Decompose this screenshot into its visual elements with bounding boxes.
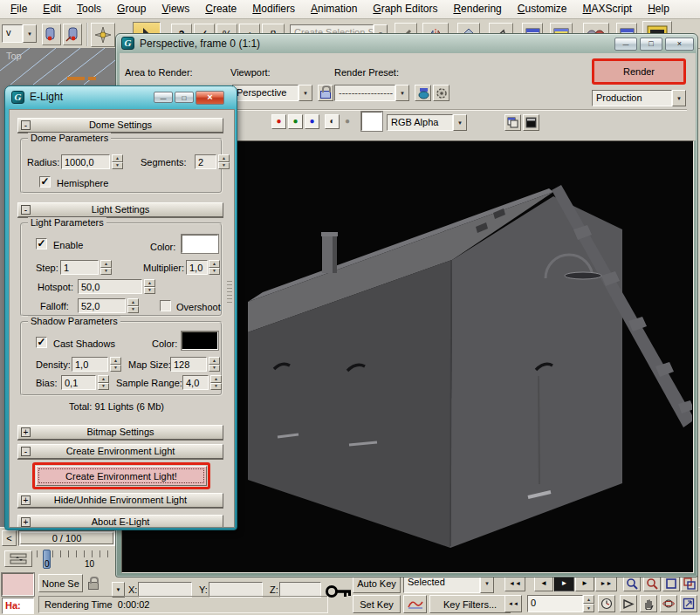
close-button[interactable]: ×: [196, 91, 224, 105]
spinner-up-icon[interactable]: ▲: [110, 357, 121, 365]
orbit-button[interactable]: [660, 595, 677, 612]
segments-field[interactable]: 2: [195, 154, 216, 169]
select-and-link-button[interactable]: [42, 24, 61, 45]
menu-customize[interactable]: Customize: [510, 1, 575, 17]
menu-graph-editors[interactable]: Graph Editors: [365, 1, 445, 17]
bind-to-spacewarp-button[interactable]: [91, 23, 115, 47]
viewport-lock-button[interactable]: [318, 85, 333, 101]
spinner-down-icon[interactable]: ▼: [100, 268, 112, 276]
spinner-up-icon[interactable]: ▲: [583, 595, 594, 604]
spinner-up-icon[interactable]: ▲: [100, 260, 112, 268]
blue-channel-button[interactable]: ●: [305, 114, 319, 129]
chevron-down-icon[interactable]: ▼: [453, 114, 467, 131]
time-slider-prev-button[interactable]: <: [2, 530, 17, 546]
expand-icon[interactable]: +: [21, 495, 31, 505]
green-channel-button[interactable]: ●: [288, 114, 303, 129]
frame-spinner[interactable]: ▲ ▼: [583, 595, 594, 612]
step-field[interactable]: 1: [60, 260, 99, 275]
spinner-up-icon[interactable]: ▲: [98, 375, 109, 383]
minimize-button[interactable]: —: [614, 38, 637, 51]
maximize-button[interactable]: □: [175, 92, 194, 103]
menu-maxscript[interactable]: MAXScript: [575, 1, 641, 17]
menu-tools[interactable]: Tools: [69, 1, 109, 17]
viewport-combo[interactable]: Perspective ▼: [232, 85, 312, 101]
sample-range-field[interactable]: 4,0: [182, 375, 209, 390]
collapse-icon[interactable]: -: [21, 120, 31, 130]
key-mode-toggle-button[interactable]: ◄◄: [504, 595, 522, 612]
hotspot-field[interactable]: 50,0: [78, 279, 142, 294]
rollout-create-environment-light[interactable]: - Create Environment Light: [17, 444, 223, 459]
density-field[interactable]: 1,0: [72, 357, 108, 372]
macro-recorder-pane[interactable]: [2, 573, 34, 596]
clone-window-button[interactable]: [504, 114, 521, 131]
close-button[interactable]: ×: [665, 38, 694, 51]
menu-views[interactable]: Views: [154, 1, 197, 17]
monochrome-button[interactable]: ◐: [325, 114, 340, 129]
field-of-view-button[interactable]: [620, 595, 637, 612]
selection-filter-combo[interactable]: v ▼: [2, 24, 37, 43]
expand-icon[interactable]: +: [21, 517, 31, 527]
spinner-down-icon[interactable]: ▼: [583, 604, 594, 612]
light-color-swatch[interactable]: [182, 235, 218, 253]
spinner-down-icon[interactable]: ▼: [112, 162, 123, 170]
render-setup-dialog-button[interactable]: [433, 85, 450, 101]
chevron-down-icon[interactable]: ▼: [299, 85, 312, 101]
rollout-dome-settings[interactable]: - Dome Settings: [17, 118, 223, 133]
expand-icon[interactable]: +: [21, 427, 31, 437]
radius-field[interactable]: 1000,0: [61, 154, 110, 169]
chevron-down-icon[interactable]: ▼: [395, 85, 409, 101]
cast-shadows-checkbox[interactable]: ✓: [36, 337, 47, 348]
menu-animation[interactable]: Animation: [303, 1, 365, 17]
density-spinner[interactable]: ▲▼: [110, 357, 121, 372]
chevron-down-icon[interactable]: ▼: [23, 24, 37, 43]
step-spinner[interactable]: ▲▼: [100, 260, 112, 275]
spinner-down-icon[interactable]: ▼: [209, 268, 220, 276]
mini-curve-editor-button[interactable]: [4, 550, 32, 567]
radius-spinner[interactable]: ▲▼: [112, 154, 123, 169]
map-size-spinner[interactable]: ▲▼: [209, 357, 220, 372]
menu-file[interactable]: File: [3, 1, 35, 17]
spinner-down-icon[interactable]: ▼: [210, 383, 222, 391]
spinner-up-icon[interactable]: ▲: [209, 260, 220, 268]
spinner-up-icon[interactable]: ▲: [112, 154, 123, 162]
rollout-hide-unhide[interactable]: + Hide/Unhide Environment Light: [17, 493, 223, 508]
channel-display-combo[interactable]: RGB Alpha ▼: [387, 114, 467, 131]
production-combo[interactable]: Production ▼: [592, 90, 686, 106]
bias-spinner[interactable]: ▲▼: [98, 375, 109, 390]
menu-rendering[interactable]: Rendering: [445, 1, 509, 17]
time-configuration-button[interactable]: [598, 595, 615, 612]
hemisphere-checkbox[interactable]: ✓: [39, 176, 51, 188]
spinner-up-icon[interactable]: ▲: [127, 298, 139, 306]
map-size-field[interactable]: 128: [170, 357, 207, 372]
time-slider-handle[interactable]: 0 / 100: [20, 532, 113, 544]
multiplier-field[interactable]: 1,0: [186, 260, 208, 275]
menu-edit[interactable]: Edit: [35, 1, 69, 17]
selection-lock-icon[interactable]: [88, 582, 99, 590]
segments-spinner[interactable]: ▲▼: [218, 154, 230, 169]
red-channel-button[interactable]: ●: [271, 114, 286, 129]
pan-view-button[interactable]: [640, 595, 657, 612]
enable-checkbox[interactable]: ✓: [36, 238, 47, 249]
chevron-down-icon[interactable]: ▼: [672, 90, 686, 106]
key-filters-button[interactable]: Key Filters...: [429, 595, 511, 613]
create-environment-light-button[interactable]: Create Environment Light!: [36, 466, 207, 486]
bias-field[interactable]: 0,1: [61, 375, 96, 390]
minimize-button[interactable]: —: [154, 92, 173, 103]
render-preset-combo[interactable]: ----------------- ▼: [334, 85, 409, 101]
spinner-up-icon[interactable]: ▲: [209, 357, 220, 365]
spinner-down-icon[interactable]: ▼: [209, 365, 220, 372]
multiplier-spinner[interactable]: ▲▼: [209, 260, 220, 275]
hotspot-spinner[interactable]: ▲▼: [144, 279, 155, 294]
rollout-scroll-grip[interactable]: [227, 281, 232, 304]
rollout-about[interactable]: + About E-Light: [17, 515, 223, 528]
save-preset-button[interactable]: [415, 85, 431, 101]
spinner-down-icon[interactable]: ▼: [144, 287, 155, 295]
alpha-channel-button[interactable]: ●: [345, 116, 350, 126]
rollout-light-settings[interactable]: - Light Settings: [17, 202, 223, 217]
selection-prompt-field[interactable]: None Se: [38, 574, 83, 592]
spinner-down-icon[interactable]: ▼: [98, 383, 109, 391]
menu-create[interactable]: Create: [197, 1, 244, 17]
default-in-out-tangent-button[interactable]: [403, 595, 427, 613]
menu-help[interactable]: Help: [640, 1, 677, 17]
rollout-bitmap-settings[interactable]: + Bitmap Settings: [17, 425, 223, 440]
